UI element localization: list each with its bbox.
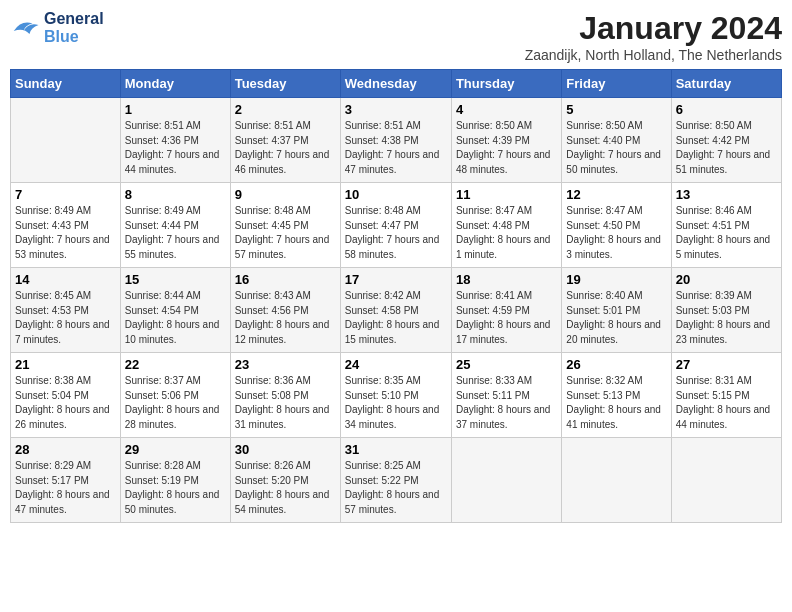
logo: General Blue [10, 10, 104, 46]
calendar-header: Sunday Monday Tuesday Wednesday Thursday… [11, 70, 782, 98]
calendar-cell: 5Sunrise: 8:50 AM Sunset: 4:40 PM Daylig… [562, 98, 671, 183]
day-info: Sunrise: 8:46 AM Sunset: 4:51 PM Dayligh… [676, 204, 777, 262]
calendar-cell: 12Sunrise: 8:47 AM Sunset: 4:50 PM Dayli… [562, 183, 671, 268]
day-number: 22 [125, 357, 226, 372]
calendar-week-1: 1Sunrise: 8:51 AM Sunset: 4:36 PM Daylig… [11, 98, 782, 183]
page-header: General Blue January 2024 Zaandijk, Nort… [10, 10, 782, 63]
day-info: Sunrise: 8:35 AM Sunset: 5:10 PM Dayligh… [345, 374, 447, 432]
calendar-cell: 20Sunrise: 8:39 AM Sunset: 5:03 PM Dayli… [671, 268, 781, 353]
day-number: 20 [676, 272, 777, 287]
day-info: Sunrise: 8:51 AM Sunset: 4:36 PM Dayligh… [125, 119, 226, 177]
day-info: Sunrise: 8:37 AM Sunset: 5:06 PM Dayligh… [125, 374, 226, 432]
location: Zaandijk, North Holland, The Netherlands [525, 47, 782, 63]
calendar-cell [562, 438, 671, 523]
day-number: 21 [15, 357, 116, 372]
calendar-cell: 26Sunrise: 8:32 AM Sunset: 5:13 PM Dayli… [562, 353, 671, 438]
calendar-cell: 27Sunrise: 8:31 AM Sunset: 5:15 PM Dayli… [671, 353, 781, 438]
calendar-cell: 3Sunrise: 8:51 AM Sunset: 4:38 PM Daylig… [340, 98, 451, 183]
calendar-week-3: 14Sunrise: 8:45 AM Sunset: 4:53 PM Dayli… [11, 268, 782, 353]
day-info: Sunrise: 8:36 AM Sunset: 5:08 PM Dayligh… [235, 374, 336, 432]
day-number: 12 [566, 187, 666, 202]
calendar-cell: 13Sunrise: 8:46 AM Sunset: 4:51 PM Dayli… [671, 183, 781, 268]
day-info: Sunrise: 8:50 AM Sunset: 4:42 PM Dayligh… [676, 119, 777, 177]
calendar-cell: 19Sunrise: 8:40 AM Sunset: 5:01 PM Dayli… [562, 268, 671, 353]
day-number: 29 [125, 442, 226, 457]
day-info: Sunrise: 8:49 AM Sunset: 4:43 PM Dayligh… [15, 204, 116, 262]
logo-icon [10, 16, 40, 40]
day-number: 23 [235, 357, 336, 372]
calendar-cell: 23Sunrise: 8:36 AM Sunset: 5:08 PM Dayli… [230, 353, 340, 438]
calendar-cell: 2Sunrise: 8:51 AM Sunset: 4:37 PM Daylig… [230, 98, 340, 183]
logo-text: General Blue [44, 10, 104, 46]
calendar-cell [671, 438, 781, 523]
day-number: 2 [235, 102, 336, 117]
day-info: Sunrise: 8:32 AM Sunset: 5:13 PM Dayligh… [566, 374, 666, 432]
calendar-cell [451, 438, 561, 523]
calendar-cell: 6Sunrise: 8:50 AM Sunset: 4:42 PM Daylig… [671, 98, 781, 183]
day-info: Sunrise: 8:48 AM Sunset: 4:47 PM Dayligh… [345, 204, 447, 262]
calendar-cell: 31Sunrise: 8:25 AM Sunset: 5:22 PM Dayli… [340, 438, 451, 523]
header-monday: Monday [120, 70, 230, 98]
day-number: 6 [676, 102, 777, 117]
day-info: Sunrise: 8:50 AM Sunset: 4:39 PM Dayligh… [456, 119, 557, 177]
day-number: 1 [125, 102, 226, 117]
day-info: Sunrise: 8:45 AM Sunset: 4:53 PM Dayligh… [15, 289, 116, 347]
day-number: 16 [235, 272, 336, 287]
day-number: 4 [456, 102, 557, 117]
calendar-cell: 9Sunrise: 8:48 AM Sunset: 4:45 PM Daylig… [230, 183, 340, 268]
day-number: 8 [125, 187, 226, 202]
day-info: Sunrise: 8:41 AM Sunset: 4:59 PM Dayligh… [456, 289, 557, 347]
day-info: Sunrise: 8:31 AM Sunset: 5:15 PM Dayligh… [676, 374, 777, 432]
calendar-cell: 10Sunrise: 8:48 AM Sunset: 4:47 PM Dayli… [340, 183, 451, 268]
day-info: Sunrise: 8:26 AM Sunset: 5:20 PM Dayligh… [235, 459, 336, 517]
calendar-cell: 25Sunrise: 8:33 AM Sunset: 5:11 PM Dayli… [451, 353, 561, 438]
calendar-cell: 30Sunrise: 8:26 AM Sunset: 5:20 PM Dayli… [230, 438, 340, 523]
header-row: Sunday Monday Tuesday Wednesday Thursday… [11, 70, 782, 98]
day-info: Sunrise: 8:47 AM Sunset: 4:50 PM Dayligh… [566, 204, 666, 262]
day-info: Sunrise: 8:25 AM Sunset: 5:22 PM Dayligh… [345, 459, 447, 517]
day-number: 17 [345, 272, 447, 287]
day-number: 11 [456, 187, 557, 202]
day-number: 3 [345, 102, 447, 117]
day-info: Sunrise: 8:51 AM Sunset: 4:37 PM Dayligh… [235, 119, 336, 177]
day-info: Sunrise: 8:43 AM Sunset: 4:56 PM Dayligh… [235, 289, 336, 347]
calendar-cell: 11Sunrise: 8:47 AM Sunset: 4:48 PM Dayli… [451, 183, 561, 268]
day-info: Sunrise: 8:42 AM Sunset: 4:58 PM Dayligh… [345, 289, 447, 347]
day-number: 26 [566, 357, 666, 372]
calendar-cell: 14Sunrise: 8:45 AM Sunset: 4:53 PM Dayli… [11, 268, 121, 353]
day-number: 18 [456, 272, 557, 287]
day-info: Sunrise: 8:48 AM Sunset: 4:45 PM Dayligh… [235, 204, 336, 262]
header-sunday: Sunday [11, 70, 121, 98]
header-saturday: Saturday [671, 70, 781, 98]
calendar-cell: 17Sunrise: 8:42 AM Sunset: 4:58 PM Dayli… [340, 268, 451, 353]
month-title: January 2024 [525, 10, 782, 47]
calendar-cell: 4Sunrise: 8:50 AM Sunset: 4:39 PM Daylig… [451, 98, 561, 183]
day-info: Sunrise: 8:47 AM Sunset: 4:48 PM Dayligh… [456, 204, 557, 262]
header-tuesday: Tuesday [230, 70, 340, 98]
day-info: Sunrise: 8:33 AM Sunset: 5:11 PM Dayligh… [456, 374, 557, 432]
calendar-cell: 21Sunrise: 8:38 AM Sunset: 5:04 PM Dayli… [11, 353, 121, 438]
day-number: 15 [125, 272, 226, 287]
calendar-cell: 7Sunrise: 8:49 AM Sunset: 4:43 PM Daylig… [11, 183, 121, 268]
calendar-body: 1Sunrise: 8:51 AM Sunset: 4:36 PM Daylig… [11, 98, 782, 523]
day-number: 25 [456, 357, 557, 372]
calendar-week-5: 28Sunrise: 8:29 AM Sunset: 5:17 PM Dayli… [11, 438, 782, 523]
day-number: 7 [15, 187, 116, 202]
day-info: Sunrise: 8:44 AM Sunset: 4:54 PM Dayligh… [125, 289, 226, 347]
calendar-cell: 8Sunrise: 8:49 AM Sunset: 4:44 PM Daylig… [120, 183, 230, 268]
calendar-cell: 1Sunrise: 8:51 AM Sunset: 4:36 PM Daylig… [120, 98, 230, 183]
day-number: 10 [345, 187, 447, 202]
calendar-cell: 28Sunrise: 8:29 AM Sunset: 5:17 PM Dayli… [11, 438, 121, 523]
header-thursday: Thursday [451, 70, 561, 98]
day-number: 5 [566, 102, 666, 117]
day-info: Sunrise: 8:29 AM Sunset: 5:17 PM Dayligh… [15, 459, 116, 517]
day-number: 30 [235, 442, 336, 457]
day-number: 19 [566, 272, 666, 287]
calendar-week-2: 7Sunrise: 8:49 AM Sunset: 4:43 PM Daylig… [11, 183, 782, 268]
calendar-cell: 16Sunrise: 8:43 AM Sunset: 4:56 PM Dayli… [230, 268, 340, 353]
day-info: Sunrise: 8:51 AM Sunset: 4:38 PM Dayligh… [345, 119, 447, 177]
day-number: 28 [15, 442, 116, 457]
calendar-week-4: 21Sunrise: 8:38 AM Sunset: 5:04 PM Dayli… [11, 353, 782, 438]
calendar-cell: 22Sunrise: 8:37 AM Sunset: 5:06 PM Dayli… [120, 353, 230, 438]
header-friday: Friday [562, 70, 671, 98]
